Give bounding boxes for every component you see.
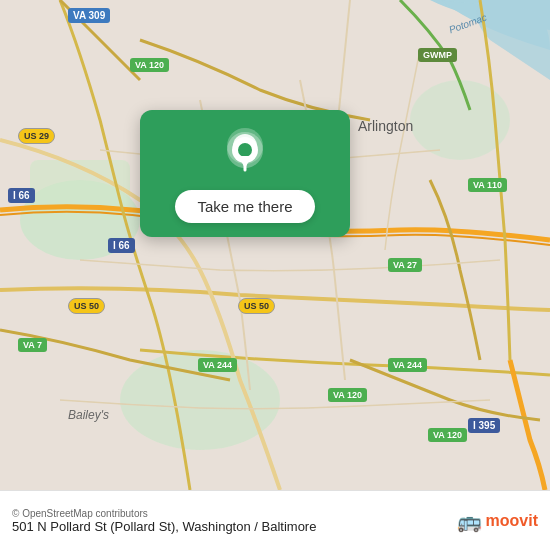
road-label-va120-bottom: VA 120 [328, 388, 367, 402]
road-label-va244-left: VA 244 [198, 358, 237, 372]
road-label-va27: VA 27 [388, 258, 422, 272]
area-label-baileys: Bailey's [68, 408, 109, 422]
road-label-va110: VA 110 [468, 178, 507, 192]
road-label-i66-mid: I 66 [108, 238, 135, 253]
road-label-us50-left: US 50 [68, 298, 105, 314]
address-text: 501 N Pollard St (Pollard St), Washingto… [12, 519, 457, 534]
svg-point-10 [238, 143, 252, 157]
copyright-text: © OpenStreetMap contributors [12, 508, 457, 519]
road-label-va244-right: VA 244 [388, 358, 427, 372]
bottom-bar: © OpenStreetMap contributors 501 N Polla… [0, 490, 550, 550]
map-pin-icon [223, 130, 267, 182]
road-label-us50-mid: US 50 [238, 298, 275, 314]
map-container: VA 309 VA 120 US 29 I 66 I 66 VA 7 US 50… [0, 0, 550, 490]
road-label-i395: I 395 [468, 418, 500, 433]
area-label-arlington: Arlington [358, 118, 413, 134]
road-label-va120-top: VA 120 [130, 58, 169, 72]
moovit-text: moovit [486, 512, 538, 530]
road-label-i66-left: I 66 [8, 188, 35, 203]
moovit-logo: 🚌 moovit [457, 509, 538, 533]
road-label-va120-br: VA 120 [428, 428, 467, 442]
moovit-bus-icon: 🚌 [457, 509, 482, 533]
take-me-there-button[interactable]: Take me there [175, 190, 314, 223]
road-label-gwmp: GWMP [418, 48, 457, 62]
road-label-us29: US 29 [18, 128, 55, 144]
road-label-va309: VA 309 [68, 8, 110, 23]
location-card: Take me there [140, 110, 350, 237]
bottom-info: © OpenStreetMap contributors 501 N Polla… [12, 508, 457, 534]
road-label-va7: VA 7 [18, 338, 47, 352]
